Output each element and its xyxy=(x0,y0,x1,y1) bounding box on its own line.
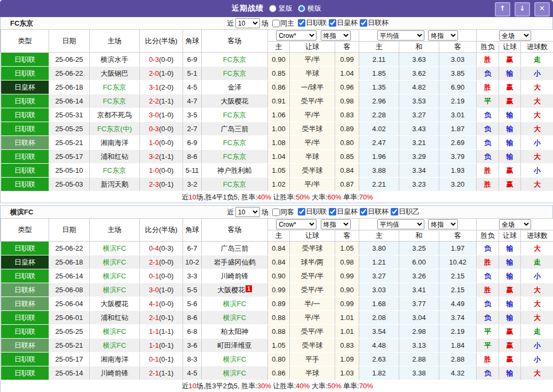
date-cell: 25-06-22 xyxy=(49,67,90,81)
away-team-name: 广岛三箭 xyxy=(221,244,249,252)
corner-cell: 5-6 xyxy=(183,297,202,311)
away-odds-cell: 1.03 xyxy=(335,366,359,380)
away-team-name: 川崎前锋 xyxy=(221,272,249,280)
home-team-cell: FC东京 xyxy=(90,94,140,108)
league-checkbox-label[interactable]: 日皇杯 xyxy=(327,207,358,217)
result-cell: 负 xyxy=(477,67,499,81)
date-cell: 25-06-14 xyxy=(49,269,90,283)
league-checkbox-label[interactable]: 日联杯 xyxy=(358,18,389,28)
handicap-cell: 受平/半 xyxy=(290,94,335,108)
league-checkbox[interactable] xyxy=(298,19,305,27)
halftime-score: (0-0) xyxy=(159,258,173,266)
close-button[interactable]: ✕ xyxy=(534,2,550,17)
home-team-cell: FC东京(中) xyxy=(90,122,140,136)
sub-col-avg-away: 客 xyxy=(439,230,477,242)
summary-segment: 近 xyxy=(181,382,188,390)
league-checkbox-label[interactable]: 日职联 xyxy=(296,18,327,28)
sub-col-avg-draw: 和 xyxy=(399,230,439,242)
avg-home-cell: 2.63 xyxy=(359,353,399,366)
vertical-mode-radio[interactable] xyxy=(269,5,276,12)
vertical-mode-radio-label[interactable]: 竖版 xyxy=(269,4,293,13)
home-team-cell: 大阪钢巴 xyxy=(90,67,140,81)
handicap-result-cell: 输 xyxy=(499,150,521,164)
home-odds-cell: 1.06 xyxy=(268,108,290,122)
summary-segment: 让胜率: xyxy=(271,382,296,390)
scope-select[interactable]: 全场 xyxy=(499,219,531,229)
odds-period-select[interactable]: 终指 xyxy=(321,219,351,229)
same-venue-checkbox-label[interactable]: 同客 xyxy=(270,207,294,217)
recent-count-select[interactable]: 10 xyxy=(235,207,260,217)
league-checkbox[interactable] xyxy=(329,208,336,215)
handicap-result-cell: 赢 xyxy=(499,178,521,191)
average-period-select[interactable]: 终指 xyxy=(428,219,458,229)
average-source-select[interactable]: 平均值 xyxy=(377,219,424,229)
score-cell: 2-1(0-0) xyxy=(140,255,183,269)
league-checkbox[interactable] xyxy=(360,19,367,27)
col-score: 比分(半场) xyxy=(140,30,183,53)
odds-period-select[interactable]: 终指 xyxy=(321,30,351,41)
handicap-cell: 平/半 xyxy=(290,178,335,191)
same-venue-checkbox-label[interactable]: 同主 xyxy=(270,19,294,28)
avg-home-cell: 1.85 xyxy=(359,67,399,81)
away-team-cell: 大阪樱花1 xyxy=(202,283,268,297)
date-cell: 25-05-03 xyxy=(49,178,90,191)
goals-result-cell: 小 xyxy=(521,339,553,353)
handicap-result-cell: 输 xyxy=(499,297,521,311)
handicap-cell: 平/半 xyxy=(290,53,335,67)
games-label: 场 xyxy=(262,19,268,28)
handicap-cell: 半球 xyxy=(290,67,335,81)
home-odds-cell: 1.05 xyxy=(268,164,290,178)
handicap-cell: 受平/半 xyxy=(290,269,335,283)
halftime-score: (0-0) xyxy=(159,166,173,174)
league-checkbox[interactable] xyxy=(391,208,398,215)
corner-cell: 5-11 xyxy=(183,164,202,178)
home-odds-cell: 0.90 xyxy=(268,53,290,67)
league-type-cell: 日皇杯 xyxy=(1,81,49,94)
same-venue-checkbox[interactable] xyxy=(272,209,280,216)
league-type-cell: 日职联 xyxy=(1,94,49,108)
league-checkbox[interactable] xyxy=(360,208,367,215)
date-cell: 25-05-17 xyxy=(49,150,90,164)
same-venue-checkbox[interactable] xyxy=(272,20,280,27)
summary-segment: 40% xyxy=(296,382,310,390)
match-row: 日皇杯 25-06-18 横滨FC 2-1(0-0) 10-2 岩手盛冈仙鹤 0… xyxy=(1,255,553,269)
league-checkbox[interactable] xyxy=(329,19,336,27)
odds-company-select[interactable]: Crow* xyxy=(276,219,317,229)
away-odds-cell: 1.01 xyxy=(335,325,359,339)
away-team-name: 柏太阳神 xyxy=(221,327,249,335)
avg-away-cell: 2.19 xyxy=(439,325,477,339)
league-type-cell: 日职联 xyxy=(1,108,49,122)
col-corner: 角球 xyxy=(183,219,202,242)
avg-home-cell: 2.47 xyxy=(359,136,399,150)
avg-home-cell: 1.35 xyxy=(359,81,399,94)
col-score: 比分(半场) xyxy=(140,219,183,242)
league-checkbox[interactable] xyxy=(298,208,305,215)
move-down-button[interactable]: ↓ xyxy=(515,2,530,17)
odds-company-select[interactable]: Crow* xyxy=(276,30,317,41)
move-up-button[interactable]: ↑ xyxy=(495,2,510,17)
home-odds-cell: 0.88 xyxy=(268,311,290,325)
league-checkbox-label[interactable]: 日职联 xyxy=(296,207,327,217)
average-period-select[interactable]: 终指 xyxy=(428,30,458,41)
summary-segment: 近 xyxy=(181,193,188,201)
match-row: 日皇杯 25-06-18 FC东京 3-1(2-0) 4-5 金泽 0.86 一… xyxy=(1,81,553,94)
arrow-down-icon: ↓ xyxy=(519,4,525,12)
summary-segment: 60% xyxy=(327,193,341,201)
scope-select[interactable]: 全场 xyxy=(499,30,531,41)
average-source-select[interactable]: 平均值 xyxy=(377,30,424,41)
league-checkbox-label[interactable]: 日职乙 xyxy=(389,207,420,217)
league-checkbox-label[interactable]: 日皇杯 xyxy=(327,18,358,28)
avg-draw-cell: 3.38 xyxy=(399,366,439,380)
result-cell: 胜 xyxy=(477,178,499,191)
home-team-cell: 横滨FC xyxy=(90,255,140,269)
horizontal-mode-radio-label[interactable]: 横版 xyxy=(298,4,321,13)
recent-count-select[interactable]: 10 xyxy=(235,18,260,28)
away-team-cell: 岩手盛冈仙鹤 xyxy=(202,255,268,269)
league-checkbox-label[interactable]: 日联杯 xyxy=(358,207,389,217)
horizontal-mode-radio[interactable] xyxy=(298,5,305,12)
home-team-name: 浦和红钻 xyxy=(101,153,129,161)
sub-col-result: 胜负 xyxy=(477,230,499,242)
avg-away-cell: 1.87 xyxy=(439,122,477,136)
match-row: 日职联 25-05-31 京都不死鸟 3-0(1-0) 3-5 FC东京 1.0… xyxy=(1,108,553,122)
fulltime-score: 4-1 xyxy=(149,300,159,308)
